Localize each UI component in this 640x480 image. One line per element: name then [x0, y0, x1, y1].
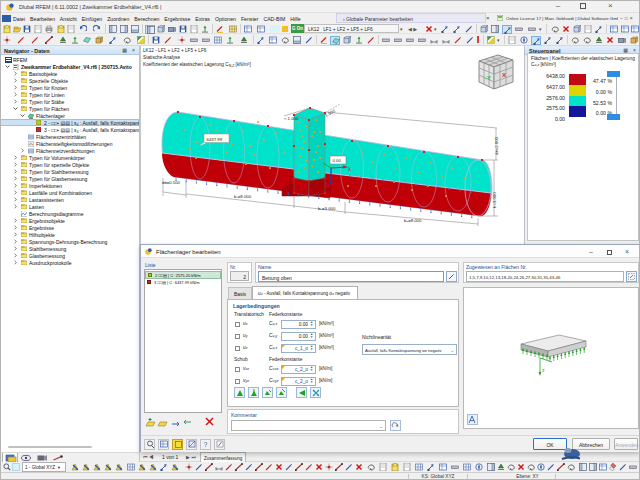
svg-text:b₁=8.000: b₁=8.000	[234, 194, 252, 199]
svg-text:b₃=8.000: b₃=8.000	[404, 218, 422, 223]
svg-text:z: z	[542, 367, 545, 373]
svg-text:dʙ=2.000: dʙ=2.000	[494, 136, 499, 155]
svg-text:1.500: 1.500	[324, 108, 336, 118]
svg-text:?: ?	[203, 441, 207, 448]
svg-text:-Y: -Y	[485, 75, 491, 81]
svg-text:0.00: 0.00	[333, 158, 342, 163]
svg-text:dʙ=0.500: dʙ=0.500	[162, 180, 181, 185]
svg-text:≈ 1.000: ≈ 1.000	[284, 116, 299, 121]
svg-text:h=3.000: h=3.000	[492, 192, 497, 208]
svg-text:X: X	[502, 72, 506, 78]
svg-text:b₂=3.000: b₂=3.000	[318, 206, 336, 211]
svg-text:X: X	[348, 167, 351, 172]
svg-text:6437.99: 6437.99	[207, 137, 223, 142]
